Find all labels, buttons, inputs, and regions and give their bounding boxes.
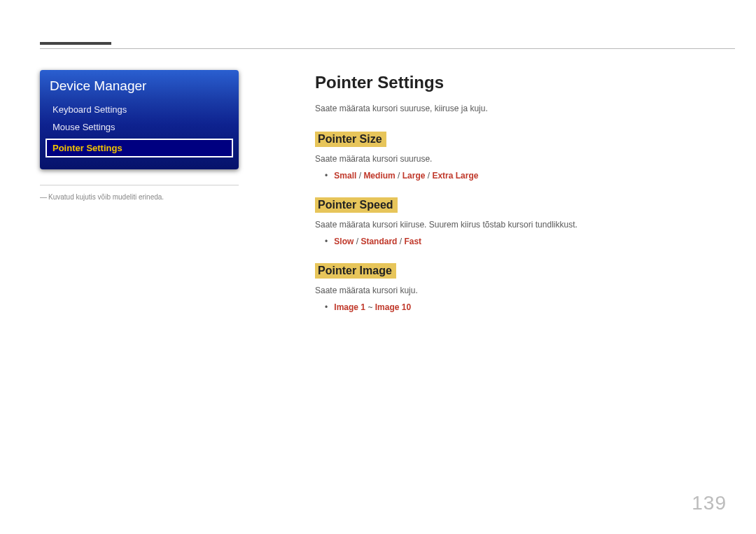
sidebar-item-keyboard-settings[interactable]: Keyboard Settings [46, 101, 233, 118]
sidebar-item-pointer-settings[interactable]: Pointer Settings [46, 139, 233, 157]
section-pointer-speed: Pointer Speed Saate määrata kursori kiir… [315, 193, 707, 246]
options-pointer-speed-list: Slow / Standard / Fast [334, 237, 421, 246]
bullet-icon: • [325, 237, 332, 246]
header-accent-bar [40, 42, 111, 45]
options-pointer-size-list: Small / Medium / Large / Extra Large [334, 171, 478, 181]
page-root: Device Manager Keyboard Settings Mouse S… [0, 0, 756, 534]
device-manager-panel: Device Manager Keyboard Settings Mouse S… [40, 70, 239, 169]
bullet-icon: • [325, 302, 332, 312]
options-pointer-speed: • Slow / Standard / Fast [315, 237, 707, 246]
options-pointer-size: • Small / Medium / Large / Extra Large [315, 171, 707, 181]
panel-items: Keyboard Settings Mouse Settings Pointer… [40, 101, 239, 164]
section-pointer-size: Pointer Size Saate määrata kursori suuru… [315, 127, 707, 181]
page-number: 139 [692, 492, 727, 514]
note-divider [40, 185, 239, 185]
sidebar-item-mouse-settings[interactable]: Mouse Settings [46, 118, 233, 136]
section-pointer-image: Pointer Image Saate määrata kursori kuju… [315, 259, 707, 312]
sidebar-note: ―Kuvatud kujutis võib mudeliti erineda. [40, 193, 250, 201]
options-pointer-image-list: Image 1 ~ Image 10 [334, 302, 411, 312]
page-title: Pointer Settings [315, 73, 707, 92]
desc-pointer-image: Saate määrata kursori kuju. [315, 284, 707, 297]
note-dash-icon: ― [40, 193, 48, 201]
content-area: Pointer Settings Saate määrata kursori s… [315, 73, 707, 325]
note-text-content: Kuvatud kujutis võib mudeliti erineda. [48, 193, 164, 201]
header-rule [40, 48, 735, 49]
desc-pointer-size: Saate määrata kursori suuruse. [315, 153, 707, 165]
panel-title: Device Manager [40, 70, 239, 101]
page-intro: Saate määrata kursori suuruse, kiiruse j… [315, 102, 707, 115]
heading-pointer-speed: Pointer Speed [315, 197, 398, 213]
options-pointer-image: • Image 1 ~ Image 10 [315, 302, 707, 312]
bullet-icon: • [325, 171, 332, 181]
heading-pointer-size: Pointer Size [315, 132, 386, 147]
desc-pointer-speed: Saate määrata kursori kiiruse. Suurem ki… [315, 218, 707, 231]
heading-pointer-image: Pointer Image [315, 263, 396, 279]
